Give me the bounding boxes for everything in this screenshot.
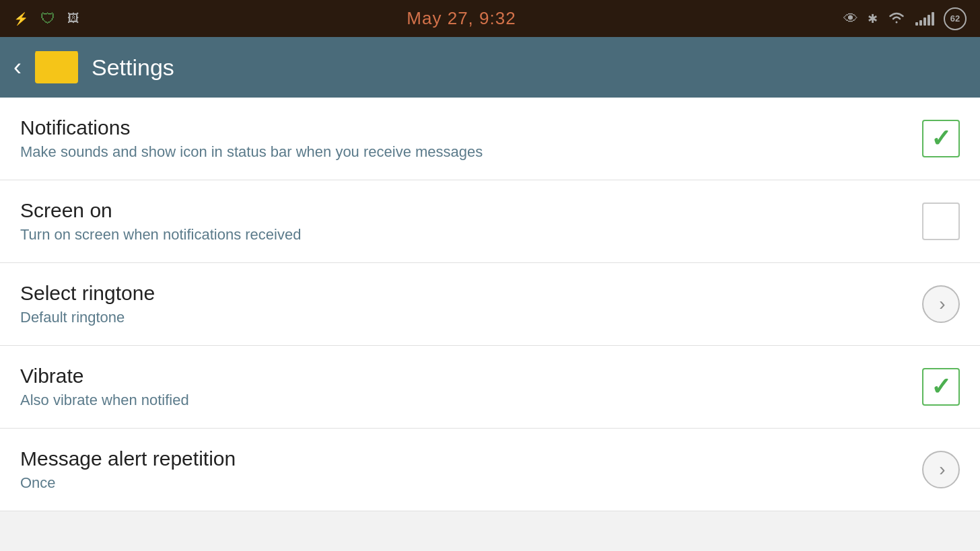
page-title: Settings bbox=[92, 54, 174, 81]
setting-title-message-alert-repetition: Message alert repetition bbox=[20, 447, 922, 470]
checkbox-vibrate[interactable]: ✓ bbox=[922, 368, 960, 406]
arrow-button-select-ringtone[interactable]: › bbox=[922, 285, 960, 323]
checkbox-notifications[interactable]: ✓ bbox=[922, 120, 960, 157]
bluetooth-icon: ✱ bbox=[868, 11, 878, 26]
arrow-button-message-alert-repetition[interactable]: › bbox=[922, 451, 960, 488]
setting-desc-vibrate: Also vibrate when notified bbox=[20, 392, 922, 409]
chevron-right-icon-2: › bbox=[939, 459, 945, 480]
signal-icon bbox=[915, 12, 934, 26]
setting-text-vibrate: Vibrate Also vibrate when notified bbox=[20, 365, 922, 409]
settings-content: Notifications Make sounds and show icon … bbox=[0, 98, 980, 551]
setting-item-screen-on[interactable]: Screen on Turn on screen when notificati… bbox=[0, 180, 980, 263]
wifi-icon bbox=[887, 9, 906, 29]
battery-indicator: 62 bbox=[944, 7, 967, 30]
checkbox-screen-on[interactable] bbox=[922, 203, 960, 240]
setting-item-select-ringtone[interactable]: Select ringtone Default ringtone › bbox=[0, 263, 980, 346]
setting-text-notifications: Notifications Make sounds and show icon … bbox=[20, 116, 922, 161]
setting-title-select-ringtone: Select ringtone bbox=[20, 282, 922, 305]
back-button[interactable]: ‹ bbox=[13, 55, 22, 79]
shield-icon: 🛡 bbox=[40, 10, 55, 28]
setting-title-screen-on: Screen on bbox=[20, 199, 922, 222]
setting-text-screen-on: Screen on Turn on screen when notificati… bbox=[20, 199, 922, 244]
eye-icon: 👁 bbox=[843, 10, 858, 28]
usb-icon: ⚡ bbox=[13, 11, 28, 26]
checkmark-notifications-icon: ✓ bbox=[931, 126, 951, 151]
app-icon bbox=[35, 46, 78, 89]
status-bar-left-icons: ⚡ 🛡 🖼 bbox=[13, 10, 79, 28]
setting-item-vibrate[interactable]: Vibrate Also vibrate when notified ✓ bbox=[0, 346, 980, 429]
setting-text-message-alert-repetition: Message alert repetition Once bbox=[20, 447, 922, 492]
app-bar: ‹ Settings bbox=[0, 37, 980, 98]
image-icon: 🖼 bbox=[67, 11, 79, 26]
status-time: May 27, 9:32 bbox=[407, 8, 516, 29]
envelope-body-icon bbox=[35, 51, 78, 83]
setting-item-notifications[interactable]: Notifications Make sounds and show icon … bbox=[0, 98, 980, 180]
setting-title-notifications: Notifications bbox=[20, 116, 922, 139]
setting-item-message-alert-repetition[interactable]: Message alert repetition Once › bbox=[0, 429, 980, 511]
setting-desc-select-ringtone: Default ringtone bbox=[20, 309, 922, 326]
setting-desc-notifications: Make sounds and show icon in status bar … bbox=[20, 143, 922, 161]
chevron-right-icon: › bbox=[939, 293, 945, 315]
setting-desc-screen-on: Turn on screen when notifications receiv… bbox=[20, 226, 922, 244]
setting-text-select-ringtone: Select ringtone Default ringtone bbox=[20, 282, 922, 326]
checkmark-vibrate-icon: ✓ bbox=[931, 375, 951, 399]
status-bar: ⚡ 🛡 🖼 May 27, 9:32 👁 ✱ 62 bbox=[0, 0, 980, 37]
status-bar-right-icons: 👁 ✱ 62 bbox=[843, 7, 967, 30]
setting-title-vibrate: Vibrate bbox=[20, 365, 922, 388]
setting-desc-message-alert-repetition: Once bbox=[20, 474, 922, 492]
